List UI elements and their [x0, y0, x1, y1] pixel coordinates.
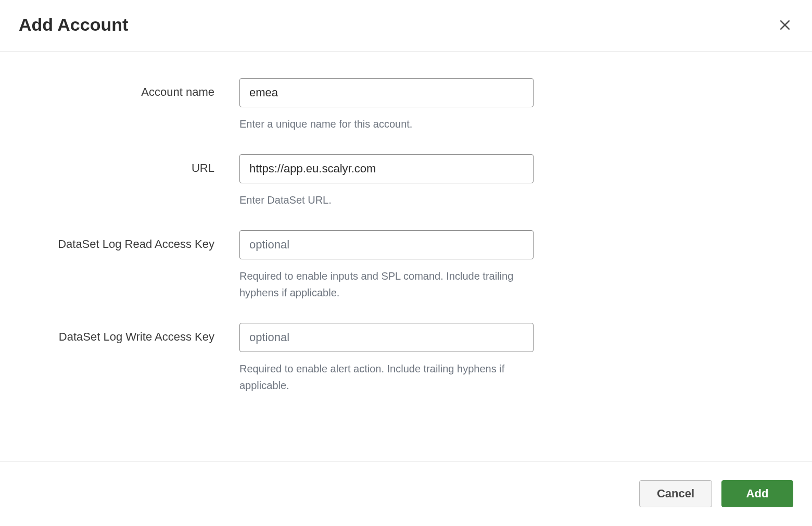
modal-title: Add Account: [19, 15, 128, 35]
close-button[interactable]: [777, 17, 793, 33]
write-key-label: DataSet Log Write Access Key: [0, 323, 239, 344]
modal-footer: Cancel Add: [0, 461, 812, 526]
account-name-label: Account name: [0, 78, 239, 99]
url-input[interactable]: [239, 154, 534, 183]
read-key-input[interactable]: [239, 230, 534, 259]
account-name-help: Enter a unique name for this account.: [239, 116, 534, 132]
form-row-url: URL Enter DataSet URL.: [0, 154, 812, 208]
write-key-help: Required to enable alert action. Include…: [239, 360, 534, 394]
form-row-read-key: DataSet Log Read Access Key Required to …: [0, 230, 812, 301]
add-button[interactable]: Add: [721, 480, 793, 507]
read-key-help: Required to enable inputs and SPL comand…: [239, 268, 534, 301]
add-account-modal: Add Account Account name Enter a unique …: [0, 0, 812, 526]
form-row-account-name: Account name Enter a unique name for thi…: [0, 78, 812, 132]
close-icon: [778, 18, 792, 32]
modal-header: Add Account: [0, 0, 812, 52]
url-help: Enter DataSet URL.: [239, 192, 534, 208]
account-name-input[interactable]: [239, 78, 534, 107]
url-label: URL: [0, 154, 239, 175]
read-key-label: DataSet Log Read Access Key: [0, 230, 239, 251]
write-key-input[interactable]: [239, 323, 534, 352]
cancel-button[interactable]: Cancel: [639, 480, 712, 507]
form-row-write-key: DataSet Log Write Access Key Required to…: [0, 323, 812, 394]
form-control-group: Required to enable inputs and SPL comand…: [239, 230, 534, 301]
form-control-group: Required to enable alert action. Include…: [239, 323, 534, 394]
form-control-group: Enter a unique name for this account.: [239, 78, 534, 132]
form-control-group: Enter DataSet URL.: [239, 154, 534, 208]
modal-body: Account name Enter a unique name for thi…: [0, 52, 812, 461]
